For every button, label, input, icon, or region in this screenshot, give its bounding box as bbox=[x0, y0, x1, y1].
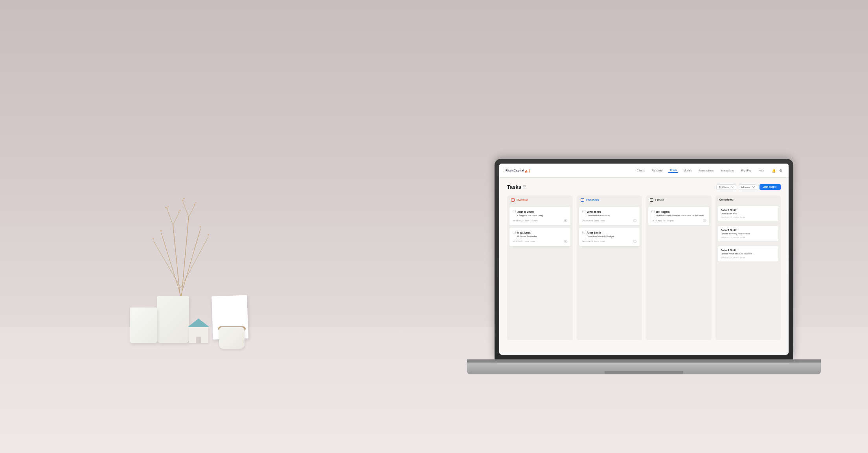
list-icon: ☰ bbox=[523, 185, 526, 189]
completed-client: John R Smith bbox=[721, 229, 776, 232]
add-task-button[interactable]: Add Task > bbox=[760, 184, 781, 190]
task-checkbox[interactable] bbox=[651, 210, 655, 213]
completed-item: John R Smith Update 401k account balance… bbox=[718, 246, 779, 261]
task-checkbox[interactable] bbox=[513, 231, 516, 234]
task-footer-left: 07/11/2023 John R Smith bbox=[513, 219, 538, 222]
task-card: Matt Jones Rollover Reminder 08/25/2023 … bbox=[509, 228, 570, 246]
svg-line-6 bbox=[167, 209, 173, 225]
future-column: Future Bill Rogers Upload Social Securit… bbox=[646, 195, 712, 340]
svg-point-15 bbox=[182, 200, 184, 201]
task-name: Upload Social Security Statement to the … bbox=[651, 214, 706, 217]
svg-line-3 bbox=[181, 229, 200, 296]
laptop-screen-inner: RightCapital Clients RightIntel Tasks bbox=[499, 164, 789, 355]
svg-point-16 bbox=[184, 198, 185, 199]
small-pot-decoration bbox=[216, 319, 248, 349]
task-date: 09/28/2023 bbox=[582, 240, 593, 243]
task-client: Anna Smith bbox=[582, 231, 637, 234]
svg-point-12 bbox=[166, 207, 167, 208]
nav-assumptions[interactable]: Assumptions bbox=[697, 168, 715, 173]
completed-task: Open Roth IRA bbox=[721, 212, 776, 215]
info-icon[interactable]: i bbox=[633, 219, 636, 222]
laptop-hinge bbox=[467, 359, 821, 363]
task-footer: 09/28/2023 John Jones i bbox=[582, 219, 637, 222]
logo-text: RightCapital bbox=[506, 169, 524, 172]
task-footer-left: 09/28/2023 Anna Smith bbox=[582, 240, 605, 243]
page-title: Tasks ☰ bbox=[507, 184, 526, 190]
task-user: Bill Rogers bbox=[664, 219, 674, 222]
task-name: Rollover Reminder bbox=[513, 235, 567, 238]
nav-clients[interactable]: Clients bbox=[635, 168, 646, 173]
svg-point-19 bbox=[160, 230, 162, 232]
completed-client: John R Smith bbox=[721, 249, 776, 252]
kanban-board: Overdue John R Smith Complete the Data E… bbox=[507, 195, 781, 340]
completed-task: Update 401k account balance bbox=[721, 252, 776, 255]
task-client: Bill Rogers bbox=[651, 210, 706, 213]
laptop-base bbox=[467, 363, 821, 374]
task-date: 07/11/2023 bbox=[513, 219, 524, 222]
this-week-column: This week John Jones Contribution Remind… bbox=[577, 195, 642, 340]
this-week-header: This week bbox=[577, 195, 642, 204]
svg-line-7 bbox=[173, 213, 179, 225]
overdue-body: John R Smith Complete the Data Entry 07/… bbox=[507, 204, 573, 249]
laptop-screen-outer: RightCapital Clients RightIntel Tasks bbox=[495, 159, 793, 359]
info-icon[interactable]: i bbox=[703, 219, 706, 222]
future-header: Future bbox=[646, 195, 712, 204]
nav-rightpay[interactable]: RightPay bbox=[739, 168, 753, 173]
completed-task: Update Primary home value bbox=[721, 232, 776, 235]
completed-client: John R Smith bbox=[721, 209, 776, 212]
future-checkbox bbox=[650, 198, 653, 202]
main-content: Tasks ☰ All Clients All tasks Add Task > bbox=[499, 178, 789, 355]
info-icon[interactable]: i bbox=[564, 240, 567, 243]
info-icon[interactable]: i bbox=[633, 240, 636, 243]
svg-line-1 bbox=[181, 217, 189, 304]
tasks-filter[interactable]: All tasks bbox=[739, 184, 757, 190]
task-name: Complete Monthly Budget bbox=[582, 235, 637, 238]
svg-point-14 bbox=[180, 210, 181, 211]
svg-point-11 bbox=[168, 206, 169, 207]
nav-integrations[interactable]: Integrations bbox=[719, 168, 736, 173]
filter-group: All Clients All tasks Add Task > bbox=[716, 184, 781, 190]
task-checkbox[interactable] bbox=[582, 210, 585, 213]
short-vase bbox=[130, 308, 157, 343]
task-checkbox[interactable] bbox=[513, 210, 516, 213]
svg-point-10 bbox=[166, 208, 168, 209]
svg-point-22 bbox=[208, 234, 209, 236]
clients-filter[interactable]: All Clients bbox=[716, 184, 736, 190]
svg-line-5 bbox=[181, 237, 208, 288]
completed-body: John R Smith Open Roth IRA 05/09/2023 Jo… bbox=[715, 204, 781, 266]
task-footer-left: 09/28/2023 John Jones bbox=[582, 219, 605, 222]
this-week-checkbox bbox=[581, 198, 584, 202]
task-client: Matt Jones bbox=[513, 231, 567, 234]
task-footer: 10/14/2023 Bill Rogers i bbox=[651, 219, 706, 222]
task-footer: 07/11/2023 John R Smith i bbox=[513, 219, 567, 222]
task-date: 08/25/2023 bbox=[513, 240, 524, 243]
this-week-body: John Jones Contribution Reminder 09/28/2… bbox=[577, 204, 642, 249]
completed-item: John R Smith Update Primary home value 0… bbox=[718, 226, 779, 241]
tall-vase bbox=[157, 296, 189, 343]
svg-point-17 bbox=[194, 204, 195, 205]
info-icon[interactable]: i bbox=[564, 219, 567, 222]
tasks-header: Tasks ☰ All Clients All tasks Add Task > bbox=[507, 184, 781, 190]
svg-line-2 bbox=[161, 233, 181, 296]
task-checkbox[interactable] bbox=[582, 231, 585, 234]
completed-header: Completed bbox=[715, 195, 781, 204]
completed-date: 05/09/2023 John R Smith bbox=[721, 236, 776, 239]
svg-point-18 bbox=[195, 202, 197, 203]
bell-icon[interactable]: 🔔 bbox=[772, 169, 776, 173]
nav-rightintel[interactable]: RightIntel bbox=[650, 168, 664, 173]
nav-tasks[interactable]: Tasks bbox=[668, 168, 678, 173]
task-user: Anna Smith bbox=[594, 240, 605, 243]
task-date: 10/14/2023 bbox=[651, 219, 662, 222]
svg-line-9 bbox=[189, 205, 195, 217]
completed-date: 05/09/2023 John R Smith bbox=[721, 216, 776, 219]
task-name: Complete the Data Entry bbox=[513, 214, 567, 217]
nav-models[interactable]: Models bbox=[682, 168, 693, 173]
task-card: John R Smith Complete the Data Entry 07/… bbox=[509, 207, 570, 225]
nav-help[interactable]: Help bbox=[757, 168, 765, 173]
task-date: 09/28/2023 bbox=[582, 219, 593, 222]
gear-icon[interactable]: ⚙ bbox=[779, 169, 782, 173]
overdue-header: Overdue bbox=[507, 195, 573, 204]
svg-point-21 bbox=[200, 226, 201, 228]
svg-point-20 bbox=[153, 238, 154, 239]
task-footer: 09/28/2023 Anna Smith i bbox=[582, 240, 637, 243]
